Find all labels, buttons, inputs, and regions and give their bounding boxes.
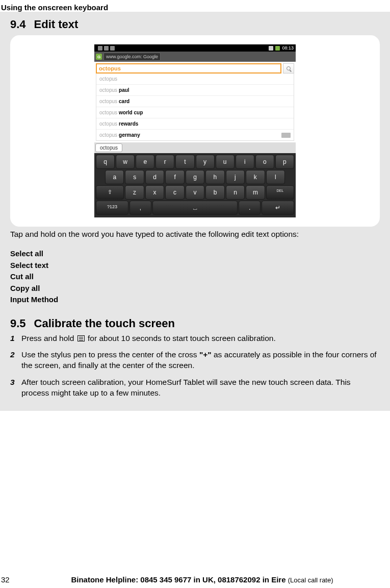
figure-caption: Tap and hold on the word you have typed … <box>0 227 390 244</box>
suggestion-item[interactable]: octopuscard <box>96 96 294 107</box>
clock: 08:13 <box>282 45 294 51</box>
key-u[interactable]: u <box>216 155 235 169</box>
suggestion-item[interactable]: octopusworld cup <box>96 107 294 118</box>
section-title: Edit text <box>34 18 79 31</box>
key-s[interactable]: s <box>125 170 144 184</box>
url-bar: G www.google.com: Google <box>94 52 296 62</box>
option-select-text: Select text <box>10 260 380 272</box>
key-t[interactable]: t <box>175 155 194 169</box>
key-j[interactable]: j <box>226 170 245 184</box>
step-number: 3 <box>10 377 21 399</box>
key-c[interactable]: c <box>165 185 185 200</box>
section-title: Calibrate the touch screen <box>34 317 175 330</box>
option-cut-all: Cut all <box>10 271 380 283</box>
search-area: octopus octopus octopuspaul octopuscard … <box>94 62 296 142</box>
step-text: Press and hold for about 10 seconds to s… <box>21 333 380 344</box>
key-z[interactable]: z <box>125 185 144 200</box>
step-2: 2 Use the stylus pen to press the center… <box>10 347 380 374</box>
step-3: 3 After touch screen calibration, your H… <box>10 374 380 402</box>
keyboard-suggestion-bar: octopus <box>94 142 296 153</box>
key-y[interactable]: y <box>196 155 215 169</box>
option-input-method: Input Method <box>10 294 380 306</box>
page-footer: 32 Binatone Helpline: 0845 345 9677 in U… <box>0 575 390 584</box>
section-number: 9.5 <box>10 317 26 330</box>
key-h[interactable]: h <box>205 170 224 184</box>
page-number: 32 <box>1 575 15 584</box>
step-1: 1 Press and hold for about 10 seconds to… <box>10 330 380 347</box>
step-text: After touch screen calibration, your Hom… <box>21 377 380 399</box>
key-f[interactable]: f <box>165 170 184 184</box>
page-header: Using the onscreen keyboard <box>0 0 390 12</box>
step-number: 1 <box>10 333 21 344</box>
key-x[interactable]: x <box>145 185 165 200</box>
footer-text: Binatone Helpline: 0845 345 9677 in UK, … <box>15 575 389 584</box>
key-d[interactable]: d <box>145 170 164 184</box>
suggestions-list: octopus octopuspaul octopuscard octopusw… <box>96 74 294 141</box>
figure-container: 08:13 G www.google.com: Google octopus o… <box>0 35 390 227</box>
key-period[interactable]: . <box>239 201 261 215</box>
key-r[interactable]: r <box>155 155 174 169</box>
plus-symbol: "+" <box>199 350 212 359</box>
key-g[interactable]: g <box>186 170 204 184</box>
menu-icon <box>77 335 85 341</box>
key-l[interactable]: l <box>266 170 285 184</box>
status-icon <box>104 46 109 51</box>
calibration-steps: 1 Press and hold for about 10 seconds to… <box>0 330 390 411</box>
keyboard-suggestion[interactable]: octopus <box>95 143 122 152</box>
key-q[interactable]: q <box>96 155 115 169</box>
step-number: 2 <box>10 350 21 371</box>
onscreen-keyboard: q w e r t y u i o p a s d f g h <box>94 153 296 217</box>
figure-box: 08:13 G www.google.com: Google octopus o… <box>10 35 380 227</box>
key-m[interactable]: m <box>246 185 265 200</box>
suggestion-item[interactable]: octopuspaul <box>96 85 294 96</box>
status-icon <box>110 46 115 51</box>
favicon-icon: G <box>96 54 102 60</box>
suggestion-item[interactable]: octopusrewards <box>96 118 294 130</box>
call-rate: (Local call rate) <box>288 576 333 584</box>
edit-options-list: Select all Select text Cut all Copy all … <box>0 244 390 308</box>
phone-screenshot: 08:13 G www.google.com: Google octopus o… <box>94 44 296 217</box>
key-p[interactable]: p <box>275 155 294 169</box>
search-icon <box>287 66 291 70</box>
key-a[interactable]: a <box>105 170 124 184</box>
section-9-4-heading: 9.4Edit text <box>0 12 390 35</box>
key-b[interactable]: b <box>205 185 225 200</box>
key-k[interactable]: k <box>246 170 265 184</box>
key-e[interactable]: e <box>136 155 154 169</box>
status-icon <box>98 46 102 51</box>
section-number: 9.4 <box>10 18 26 31</box>
search-button[interactable] <box>283 63 294 74</box>
key-enter[interactable]: ↵ <box>262 201 294 215</box>
battery-icon <box>275 46 280 51</box>
status-bar: 08:13 <box>94 44 296 52</box>
key-w[interactable]: w <box>116 155 135 169</box>
key-v[interactable]: v <box>186 185 205 200</box>
section-9-5-heading: 9.5Calibrate the touch screen <box>0 308 390 330</box>
step-text: Use the stylus pen to press the center o… <box>21 350 380 371</box>
signal-icon <box>269 46 273 51</box>
keyboard-icon <box>281 133 291 138</box>
suggestion-item[interactable]: octopus <box>96 74 294 85</box>
key-o[interactable]: o <box>255 155 274 169</box>
search-input[interactable]: octopus <box>96 63 281 74</box>
url-text: www.google.com: Google <box>103 53 161 61</box>
key-space[interactable]: ⎵ <box>152 201 238 215</box>
suggestion-item[interactable]: octopusgermany <box>96 130 294 140</box>
option-copy-all: Copy all <box>10 283 380 295</box>
option-select-all: Select all <box>10 248 380 260</box>
key-symbols[interactable]: ?123 <box>96 201 128 215</box>
key-i[interactable]: i <box>236 155 254 169</box>
key-n[interactable]: n <box>226 185 245 200</box>
key-delete[interactable]: DEL <box>266 185 294 200</box>
key-comma[interactable]: , <box>129 201 151 215</box>
key-shift[interactable]: ⇧ <box>96 185 124 200</box>
